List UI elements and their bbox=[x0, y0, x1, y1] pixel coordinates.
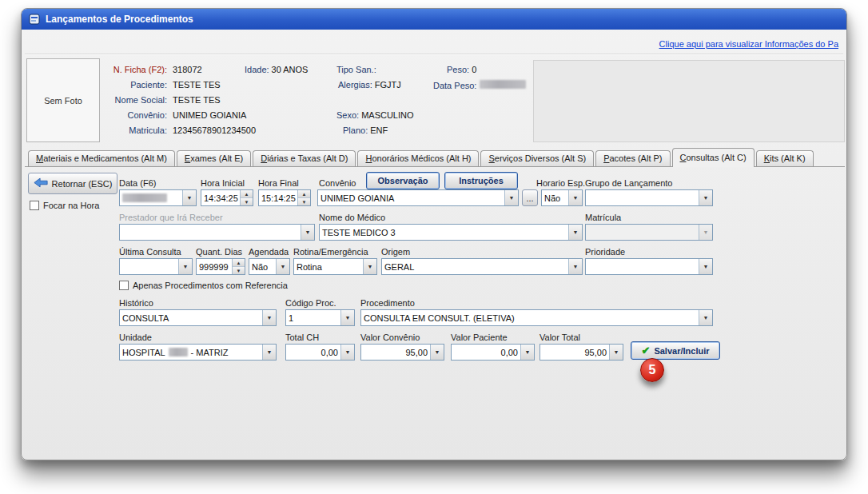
procedimento-value: CONSULTA EM CONSULT. (ELETIVA) bbox=[361, 310, 699, 325]
patient-name: Paciente: TESTE TES bbox=[86, 80, 221, 90]
chevron-down-icon[interactable]: ▼ bbox=[520, 345, 534, 360]
historico-combobox[interactable]: CONSULTA ▼ bbox=[119, 309, 277, 326]
chevron-down-icon[interactable]: ▼ bbox=[699, 259, 712, 274]
origem-combobox[interactable]: GERAL ▼ bbox=[381, 258, 583, 275]
valor-convenio-label: Valor Convênio bbox=[360, 333, 420, 342]
plano-value: ENF bbox=[370, 125, 388, 135]
procedimento-combobox[interactable]: CONSULTA EM CONSULT. (ELETIVA) ▼ bbox=[360, 309, 713, 326]
quant-dias-spinner[interactable]: 999999 ▲▼ bbox=[196, 258, 245, 275]
hora-final-spinner[interactable]: 15:14:25 ▲▼ bbox=[258, 189, 311, 206]
data-f6-combobox[interactable]: ▼ bbox=[119, 189, 197, 206]
valor-paciente-combobox[interactable]: 0,00 ▼ bbox=[451, 344, 535, 361]
tab-pacotes[interactable]: Pacotes (Alt P) bbox=[595, 150, 670, 166]
checkbox-box[interactable] bbox=[119, 281, 129, 290]
matricula-value: 12345678901234500 bbox=[173, 125, 256, 135]
nome-medico-combobox[interactable]: TESTE MEDICO 3 ▼ bbox=[319, 224, 583, 241]
checkbox-box[interactable] bbox=[30, 201, 39, 210]
chevron-down-icon[interactable]: ▼ bbox=[568, 225, 582, 240]
valor-total-label: Valor Total bbox=[540, 333, 580, 342]
grupo-lancamento-value bbox=[586, 190, 699, 205]
redacted-value bbox=[480, 80, 526, 89]
ultima-consulta-combobox[interactable]: ▼ bbox=[119, 258, 193, 275]
prioridade-combobox[interactable]: ▼ bbox=[585, 258, 713, 275]
prestador-value bbox=[120, 225, 301, 240]
plano-label: Plano: bbox=[343, 125, 368, 135]
chevron-down-icon[interactable]: ▼ bbox=[276, 259, 289, 274]
focar-na-hora-checkbox[interactable]: Focar na Hora bbox=[30, 201, 99, 210]
valor-total-combobox[interactable]: 95,00 ▼ bbox=[540, 344, 623, 361]
hora-inicial-value: 14:34:25 bbox=[201, 190, 240, 205]
chevron-down-icon[interactable]: ▼ bbox=[178, 259, 192, 274]
chevron-down-icon[interactable]: ▼ bbox=[340, 310, 354, 325]
tab-diarias-taxas[interactable]: Diárias e Taxas (Alt D) bbox=[253, 150, 356, 166]
retornar-button[interactable]: Retornar (ESC) bbox=[28, 173, 117, 194]
procedures-window: Lançamentos de Procedimentos Clique aqui… bbox=[21, 8, 847, 460]
grupo-lancamento-combobox[interactable]: ▼ bbox=[585, 189, 713, 206]
chevron-down-icon[interactable]: ▼ bbox=[699, 310, 712, 325]
tab-servicos-diversos[interactable]: Serviços Diversos (Alt S) bbox=[480, 150, 594, 166]
chevron-down-icon[interactable]: ▼ bbox=[182, 190, 196, 205]
sexo-label: Sexo: bbox=[336, 110, 359, 120]
ficha-label: N. Ficha (F2): bbox=[86, 65, 167, 74]
spinner-down-icon[interactable]: ▼ bbox=[233, 267, 245, 274]
ellipsis-icon: ... bbox=[526, 193, 533, 203]
more-options-button[interactable]: ... bbox=[522, 189, 538, 206]
spinner-up-icon[interactable]: ▲ bbox=[298, 190, 310, 198]
chevron-down-icon[interactable]: ▼ bbox=[699, 190, 712, 205]
instrucoes-button[interactable]: Instruções bbox=[444, 172, 518, 189]
agendada-combobox[interactable]: Não ▼ bbox=[249, 258, 290, 275]
salvar-label: Salvar/Incluir bbox=[654, 346, 709, 356]
convenio-combobox[interactable]: UNIMED GOIANIA ▼ bbox=[317, 189, 519, 206]
patient-notes-panel bbox=[533, 60, 845, 142]
spinner-up-icon[interactable]: ▲ bbox=[233, 259, 245, 267]
tab-exames[interactable]: Exames (Alt E) bbox=[177, 150, 251, 166]
patient-blood-type: Tipo San.: bbox=[336, 65, 379, 74]
spinner-down-icon[interactable]: ▼ bbox=[241, 198, 253, 205]
idade-value: 30 ANOS bbox=[272, 65, 309, 74]
tab-kits[interactable]: Kits (Alt K) bbox=[756, 150, 814, 166]
horario-esp-combobox[interactable]: Não ▼ bbox=[541, 189, 583, 206]
codigo-proc-combobox[interactable]: 1 ▼ bbox=[285, 309, 355, 326]
apenas-referencia-checkbox[interactable]: Apenas Procedimentos com Referencia bbox=[119, 281, 288, 290]
codigo-proc-label: Código Proc. bbox=[285, 298, 336, 308]
chevron-down-icon[interactable]: ▼ bbox=[340, 345, 354, 360]
tab-honorarios-medicos[interactable]: Honorários Médicos (Alt H) bbox=[357, 150, 479, 166]
valor-convenio-combobox[interactable]: 95,00 ▼ bbox=[360, 344, 444, 361]
rotina-emergencia-combobox[interactable]: Rotina ▼ bbox=[293, 258, 377, 275]
paciente-label: Paciente: bbox=[86, 80, 167, 90]
hora-inicial-spinner[interactable]: 14:34:25 ▲▼ bbox=[201, 189, 253, 206]
ultima-consulta-label: Última Consulta bbox=[119, 247, 181, 257]
chevron-down-icon[interactable]: ▼ bbox=[609, 345, 623, 360]
photo-placeholder-label: Sem Foto bbox=[44, 96, 82, 106]
nome-medico-label: Nome do Médico bbox=[319, 213, 385, 222]
hora-final-label: Hora Final bbox=[258, 178, 299, 188]
alergias-value: FGJTJ bbox=[375, 80, 401, 90]
prestador-combobox[interactable]: ▼ bbox=[119, 224, 315, 241]
chevron-down-icon[interactable]: ▼ bbox=[363, 259, 376, 274]
chevron-down-icon[interactable]: ▼ bbox=[262, 310, 276, 325]
alergias-label: Alergias: bbox=[338, 80, 372, 90]
spinner-down-icon[interactable]: ▼ bbox=[298, 198, 310, 205]
check-icon: ✔ bbox=[642, 345, 651, 357]
total-ch-combobox[interactable]: 0,00 ▼ bbox=[285, 344, 355, 361]
tab-materiais-medicamentos[interactable]: Materiais e Medicamentos (Alt M) bbox=[28, 150, 175, 166]
convenio-label: Convênio: bbox=[86, 110, 167, 120]
valor-paciente-value: 0,00 bbox=[452, 345, 520, 360]
observacao-button[interactable]: Observação bbox=[366, 172, 440, 189]
chevron-down-icon[interactable]: ▼ bbox=[262, 345, 276, 360]
chevron-down-icon[interactable]: ▼ bbox=[568, 259, 582, 274]
quant-dias-value: 999999 bbox=[197, 259, 232, 274]
unidade-combobox[interactable]: HOSPITAL - MATRIZ ▼ bbox=[119, 344, 277, 361]
chevron-down-icon[interactable]: ▼ bbox=[504, 190, 518, 205]
chevron-down-icon[interactable]: ▼ bbox=[430, 345, 444, 360]
hora-final-value: 15:14:25 bbox=[259, 190, 297, 205]
patient-info-link[interactable]: Clique aqui para visualizar Informações … bbox=[659, 39, 838, 49]
spinner-up-icon[interactable]: ▲ bbox=[241, 190, 253, 198]
ficha-value: 318072 bbox=[173, 65, 202, 74]
prioridade-value bbox=[586, 259, 699, 274]
tab-consultas[interactable]: Consultas (Alt C) bbox=[672, 148, 755, 167]
salvar-incluir-button[interactable]: ✔ Salvar/Incluir bbox=[631, 341, 720, 360]
peso-label: Peso: bbox=[447, 65, 469, 74]
chevron-down-icon[interactable]: ▼ bbox=[301, 225, 314, 240]
chevron-down-icon[interactable]: ▼ bbox=[568, 190, 582, 205]
